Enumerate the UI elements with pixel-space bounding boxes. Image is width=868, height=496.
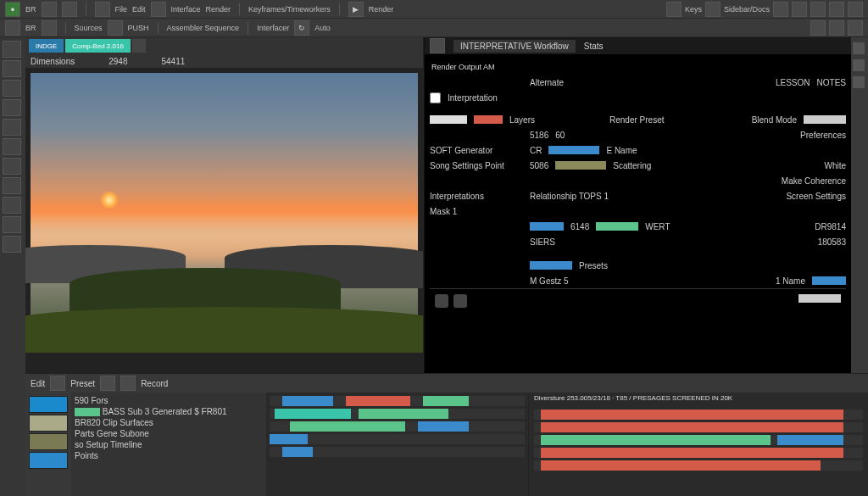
timeline-clip[interactable] <box>275 409 351 419</box>
timeline-clip[interactable] <box>541 410 843 420</box>
toolbar-icon[interactable] <box>42 2 57 17</box>
play-icon[interactable]: ▶ <box>348 2 364 17</box>
timeline-lane[interactable] <box>534 460 863 471</box>
timeline-clip[interactable] <box>541 435 771 445</box>
track-row[interactable]: BASS Sub 3 Generated $ FR801 <box>75 407 263 416</box>
timeline-tab[interactable]: Record <box>141 379 168 388</box>
value-bar[interactable] <box>530 222 564 231</box>
timeline-clip[interactable] <box>282 447 313 457</box>
viewport-tab-active[interactable]: INDGE <box>29 39 64 53</box>
tool-button[interactable] <box>3 236 21 253</box>
toolbar-label[interactable]: Interfacer <box>257 24 289 32</box>
menu-item[interactable]: Keyframes/Timeworkers <box>248 5 331 14</box>
tool-button[interactable] <box>3 99 21 116</box>
timeline-lane[interactable] <box>534 448 863 458</box>
toolbar-icon[interactable] <box>810 2 826 17</box>
refresh-icon[interactable]: ↻ <box>294 20 309 36</box>
tool-button[interactable] <box>3 41 21 58</box>
toolbar-icon[interactable] <box>95 2 110 17</box>
timeline-lane[interactable] <box>270 421 525 432</box>
toolbar-icon[interactable] <box>705 2 721 17</box>
toolbar-icon[interactable] <box>50 376 65 391</box>
timeline-clip[interactable] <box>777 435 843 445</box>
color-swatch[interactable] <box>29 433 68 450</box>
tool-button[interactable] <box>3 177 21 194</box>
timeline-clip[interactable] <box>270 434 308 444</box>
toolbar-icon[interactable] <box>42 20 57 36</box>
toolbar-icon[interactable] <box>5 20 20 36</box>
tool-button[interactable] <box>3 80 21 97</box>
timeline-clip[interactable] <box>290 421 404 432</box>
track-row[interactable]: so Setup Timeline <box>75 440 263 449</box>
rail-button[interactable] <box>853 59 865 71</box>
toolbar-label[interactable]: Assembler Sequence <box>167 24 240 32</box>
timeline-lane[interactable] <box>534 410 863 420</box>
timeline-tab[interactable]: Edit <box>31 379 45 388</box>
value-bar[interactable] <box>474 115 503 124</box>
color-swatch[interactable] <box>29 452 68 469</box>
toolbar-icon[interactable] <box>108 20 123 36</box>
value-bar[interactable] <box>596 222 638 231</box>
track-row[interactable]: Parts Gene Subone <box>75 429 263 438</box>
slider[interactable] <box>798 294 841 303</box>
toolbar-icon[interactable] <box>100 376 115 391</box>
tool-button[interactable] <box>3 158 21 175</box>
viewport-canvas[interactable] <box>25 68 423 373</box>
lanes-left[interactable] <box>266 393 528 496</box>
menu-item[interactable]: Render <box>369 5 394 14</box>
timeline-clip[interactable] <box>423 396 469 406</box>
timeline-lane[interactable] <box>270 447 525 457</box>
toolbar-icon[interactable] <box>120 376 136 391</box>
toolbar-icon[interactable] <box>848 2 863 17</box>
menu-item[interactable]: Interface <box>171 5 201 14</box>
panel-icon[interactable] <box>430 38 445 53</box>
track-row[interactable]: 590 Fors <box>75 396 263 405</box>
toolbar-icon[interactable] <box>829 20 844 36</box>
rail-button[interactable] <box>853 42 865 54</box>
toolbar-icon[interactable] <box>810 20 826 36</box>
value-bar[interactable] <box>548 146 599 154</box>
panel-tab[interactable]: Stats <box>584 42 604 51</box>
timeline-lane[interactable] <box>534 435 863 445</box>
toolbar-icon[interactable] <box>792 2 807 17</box>
rail-button[interactable] <box>853 76 865 88</box>
value-bar[interactable] <box>530 261 572 270</box>
tool-button[interactable] <box>3 197 21 214</box>
track-row[interactable]: BR820 Clip Surfaces <box>75 418 263 427</box>
lanes-right[interactable] <box>529 406 868 496</box>
track-row[interactable]: Points <box>75 451 263 460</box>
toolbar-icon[interactable] <box>151 2 166 17</box>
toolbar-icon[interactable] <box>666 2 682 17</box>
timeline-clip[interactable] <box>541 448 843 458</box>
toolbar-icon[interactable] <box>848 20 863 36</box>
timeline-lane[interactable] <box>270 409 525 419</box>
tool-button[interactable] <box>3 138 21 155</box>
value-bar[interactable] <box>430 115 467 124</box>
color-swatch[interactable] <box>29 396 68 413</box>
timeline-clip[interactable] <box>541 422 843 432</box>
timeline-clip[interactable] <box>541 460 821 471</box>
menu-item[interactable]: File <box>115 5 128 14</box>
timeline-clip[interactable] <box>282 396 333 406</box>
menu-item[interactable]: Edit <box>132 5 146 14</box>
gear-icon[interactable] <box>453 294 467 308</box>
timeline-clip[interactable] <box>346 396 409 406</box>
timeline-lane[interactable] <box>270 434 525 444</box>
value-bar[interactable] <box>555 161 606 170</box>
tool-button[interactable] <box>3 216 21 233</box>
timeline-clip[interactable] <box>418 421 469 432</box>
menu-item[interactable]: Render <box>206 5 231 14</box>
value-bar[interactable] <box>804 115 846 124</box>
color-swatch[interactable] <box>29 415 68 432</box>
value-bar[interactable] <box>812 276 846 285</box>
diamond-icon[interactable] <box>435 294 448 308</box>
timeline-tab[interactable]: Preset <box>70 379 95 388</box>
toolbar-label[interactable]: Sources <box>75 24 103 32</box>
tool-button[interactable] <box>3 60 21 77</box>
toolbar-icon[interactable] <box>773 2 788 17</box>
toolbar-icon[interactable] <box>829 2 844 17</box>
panel-tab[interactable]: INTERPRETATIVE Workflow <box>453 40 576 53</box>
viewport-tab[interactable]: Comp-Bed 2.016 <box>65 39 130 53</box>
tool-button[interactable] <box>3 119 21 136</box>
app-icon[interactable]: ● <box>5 2 20 17</box>
